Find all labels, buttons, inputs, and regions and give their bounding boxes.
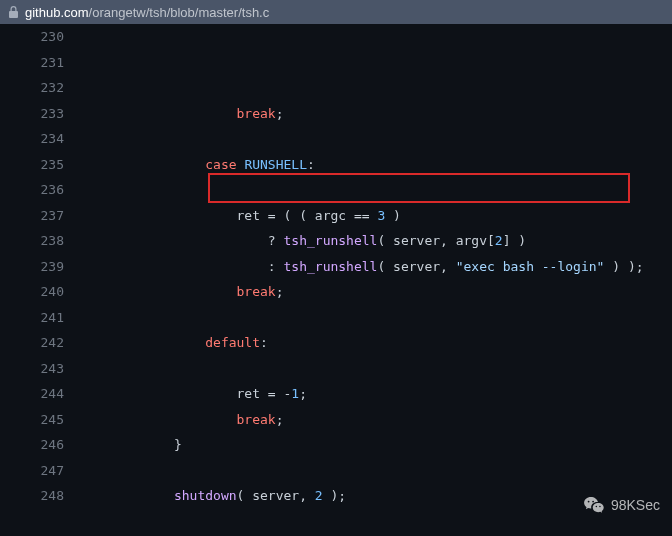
line-number[interactable]: 231 <box>22 50 64 76</box>
watermark: 98KSec <box>583 496 660 514</box>
line-number[interactable]: 238 <box>22 228 64 254</box>
address-bar[interactable]: github.com/orangetw/tsh/blob/master/tsh.… <box>0 0 672 24</box>
line-number[interactable]: 248 <box>22 483 64 509</box>
code-line[interactable]: ret = ( ( argc == 3 ) <box>80 203 664 229</box>
code-line[interactable]: break; <box>80 101 664 127</box>
code-line[interactable]: break; <box>80 407 664 433</box>
code-line[interactable] <box>80 509 664 535</box>
url-host: github.com <box>25 5 89 20</box>
code-line[interactable]: ? tsh_runshell( server, argv[2] ) <box>80 228 664 254</box>
line-number[interactable]: 232 <box>22 75 64 101</box>
code-content[interactable]: break; case RUNSHELL: ret = ( ( argc == … <box>80 24 672 536</box>
line-number[interactable]: 241 <box>22 305 64 331</box>
code-line[interactable]: shutdown( server, 2 ); <box>80 483 664 509</box>
code-line[interactable] <box>80 356 664 382</box>
line-number[interactable]: 234 <box>22 126 64 152</box>
code-line[interactable]: : tsh_runshell( server, "exec bash --log… <box>80 254 664 280</box>
code-line[interactable]: ret = -1; <box>80 381 664 407</box>
code-viewer: 2302312322332342352362372382392402412422… <box>0 24 672 536</box>
line-number[interactable]: 237 <box>22 203 64 229</box>
line-number[interactable]: 239 <box>22 254 64 280</box>
lock-icon <box>8 6 19 18</box>
code-line[interactable]: break; <box>80 279 664 305</box>
code-line[interactable] <box>80 305 664 331</box>
code-line[interactable]: default: <box>80 330 664 356</box>
code-line[interactable]: case RUNSHELL: <box>80 152 664 178</box>
line-number[interactable]: 246 <box>22 432 64 458</box>
watermark-label: 98KSec <box>611 497 660 513</box>
wechat-icon <box>583 496 605 514</box>
line-number[interactable]: 233 <box>22 101 64 127</box>
line-number-gutter: 2302312322332342352362372382392402412422… <box>22 24 80 536</box>
line-number[interactable]: 230 <box>22 24 64 50</box>
code-line[interactable]: } <box>80 432 664 458</box>
line-number[interactable]: 240 <box>22 279 64 305</box>
code-line[interactable] <box>80 177 664 203</box>
line-number[interactable]: 242 <box>22 330 64 356</box>
line-number[interactable]: 243 <box>22 356 64 382</box>
line-number[interactable]: 245 <box>22 407 64 433</box>
url-path: /orangetw/tsh/blob/master/tsh.c <box>89 5 270 20</box>
code-line[interactable] <box>80 458 664 484</box>
line-number[interactable]: 236 <box>22 177 64 203</box>
code-line[interactable] <box>80 126 664 152</box>
line-number[interactable]: 244 <box>22 381 64 407</box>
line-number[interactable]: 235 <box>22 152 64 178</box>
line-number[interactable]: 247 <box>22 458 64 484</box>
left-margin <box>0 24 22 536</box>
